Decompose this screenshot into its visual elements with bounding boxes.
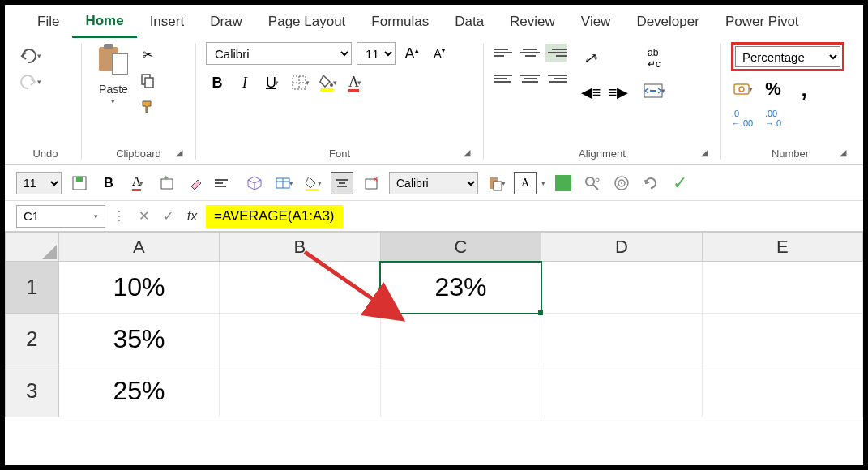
decrease-font-button[interactable]: A▾ — [428, 42, 451, 65]
tab-home[interactable]: Home — [72, 10, 136, 38]
cell-C1[interactable]: 23% — [380, 262, 541, 314]
decrease-indent-button[interactable]: ◀≡ — [579, 81, 602, 104]
orientation-button[interactable]: ⤢▾ — [579, 47, 602, 70]
number-format-select[interactable]: Percentage — [735, 46, 840, 67]
svg-point-23 — [586, 177, 594, 186]
cancel-button[interactable]: ✕ — [133, 206, 154, 227]
insert-function-button[interactable]: fx — [182, 206, 203, 227]
tab-file[interactable]: File — [24, 11, 72, 36]
tab-review[interactable]: Review — [497, 11, 568, 36]
accounting-format-button[interactable]: ▾ — [731, 78, 754, 100]
row-header-3[interactable]: 3 — [6, 365, 59, 417]
increase-font-button[interactable]: A▴ — [400, 42, 423, 65]
tab-power-pivot[interactable]: Power Pivot — [712, 11, 812, 36]
undo-button[interactable]: ▾ — [19, 45, 55, 66]
qat-new-sheet[interactable]: + — [156, 172, 178, 194]
font-dialog-launcher[interactable]: ◢ — [464, 147, 475, 159]
align-left-button[interactable] — [494, 70, 515, 88]
tab-page-layout[interactable]: Page Layout — [255, 11, 358, 36]
tab-developer[interactable]: Developer — [623, 11, 712, 36]
align-bottom-button[interactable] — [545, 44, 567, 62]
qat-fontsize[interactable]: 11 — [16, 172, 62, 194]
qat-paste-button[interactable]: ▾ — [485, 172, 507, 194]
qat-bold[interactable]: B — [97, 172, 120, 194]
cut-button[interactable]: ✂ — [139, 45, 156, 63]
col-header-A[interactable]: A — [58, 233, 220, 262]
qat-center[interactable] — [331, 172, 353, 194]
qat-confirm[interactable]: ✓ — [669, 172, 691, 194]
tab-insert[interactable]: Insert — [137, 11, 198, 36]
paste-button[interactable]: Paste ▾ — [92, 42, 135, 115]
qat-color-square[interactable] — [552, 172, 575, 194]
qat-find[interactable] — [581, 172, 604, 194]
cell-E1[interactable] — [702, 262, 862, 314]
cell-A1[interactable]: 10% — [58, 262, 220, 314]
qat-align[interactable] — [214, 172, 237, 194]
align-top-button[interactable] — [494, 44, 515, 62]
format-painter-button[interactable] — [139, 97, 156, 115]
cell-E2[interactable] — [702, 314, 862, 365]
tab-view[interactable]: View — [568, 11, 624, 36]
svg-point-28 — [621, 182, 622, 184]
cell-A2[interactable]: 35% — [58, 314, 220, 365]
enter-button[interactable]: ✓ — [157, 206, 178, 227]
redo-button[interactable]: ▾ — [19, 71, 55, 92]
cell-B2[interactable] — [220, 314, 380, 365]
align-right-button[interactable] — [545, 70, 567, 88]
formula-input[interactable]: =AVERAGE(A1:A3) — [206, 205, 343, 228]
tab-draw[interactable]: Draw — [197, 11, 255, 36]
cell-E3[interactable] — [702, 365, 862, 417]
cell-B3[interactable] — [220, 365, 380, 417]
align-middle-button[interactable] — [520, 44, 541, 62]
cell-C2[interactable] — [380, 314, 541, 365]
cell-D2[interactable] — [541, 314, 702, 365]
qat-save-button[interactable] — [68, 172, 91, 194]
wrap-text-button[interactable]: ab↵c — [643, 47, 665, 70]
qat-delete-sheet[interactable]: × — [360, 172, 383, 194]
name-box[interactable]: C1 ▾ — [16, 205, 105, 228]
col-header-D[interactable]: D — [541, 233, 702, 262]
qat-3d[interactable] — [243, 172, 266, 194]
align-center-button[interactable] — [520, 70, 541, 88]
font-color-button[interactable]: A▾ — [344, 71, 366, 94]
font-size-select[interactable]: 11 — [357, 42, 396, 65]
eraser-icon — [188, 175, 204, 191]
qat-clear[interactable] — [185, 172, 207, 194]
comma-format-button[interactable]: , — [793, 78, 815, 100]
qat-font-select[interactable]: Calibri — [389, 172, 478, 194]
copy-button[interactable] — [139, 71, 156, 89]
qat-font-color[interactable]: A▾ — [126, 172, 149, 194]
tab-data[interactable]: Data — [442, 11, 497, 36]
percent-format-button[interactable]: % — [762, 78, 785, 100]
row-header-1[interactable]: 1 — [6, 262, 59, 314]
increase-decimal-button[interactable]: .0←.00 — [731, 107, 754, 130]
qat-refresh[interactable] — [639, 172, 662, 194]
tab-formulas[interactable]: Formulas — [358, 11, 442, 36]
fill-color-button[interactable]: ▾ — [316, 71, 339, 94]
qat-fill-color[interactable]: ▾ — [301, 172, 324, 194]
row-header-2[interactable]: 2 — [6, 314, 59, 365]
cell-A3[interactable]: 25% — [58, 365, 220, 417]
alignment-dialog-launcher[interactable]: ◢ — [701, 147, 712, 159]
cell-D1[interactable] — [541, 262, 702, 314]
bold-button[interactable]: B — [206, 71, 229, 94]
col-header-C[interactable]: C — [380, 233, 541, 262]
merge-button[interactable]: ▾ — [643, 79, 665, 102]
cell-B1[interactable] — [220, 262, 380, 314]
col-header-B[interactable]: B — [220, 233, 380, 262]
qat-table[interactable]: ▾ — [272, 172, 295, 194]
borders-button[interactable]: ▾ — [289, 71, 311, 94]
col-header-E[interactable]: E — [702, 233, 862, 262]
font-name-select[interactable]: Calibri — [206, 42, 352, 65]
underline-button[interactable]: U▾ — [261, 71, 284, 94]
cell-C3[interactable] — [380, 365, 541, 417]
cell-D3[interactable] — [541, 365, 702, 417]
select-all-corner[interactable] — [6, 233, 59, 262]
qat-target[interactable] — [610, 172, 633, 194]
decrease-decimal-button[interactable]: .00→.0 — [762, 107, 785, 130]
italic-button[interactable]: I — [233, 71, 256, 94]
number-dialog-launcher[interactable]: ◢ — [840, 147, 851, 159]
clipboard-dialog-launcher[interactable]: ◢ — [176, 147, 187, 159]
increase-indent-button[interactable]: ≡▶ — [607, 81, 630, 104]
qat-text-box[interactable]: A — [514, 172, 537, 194]
